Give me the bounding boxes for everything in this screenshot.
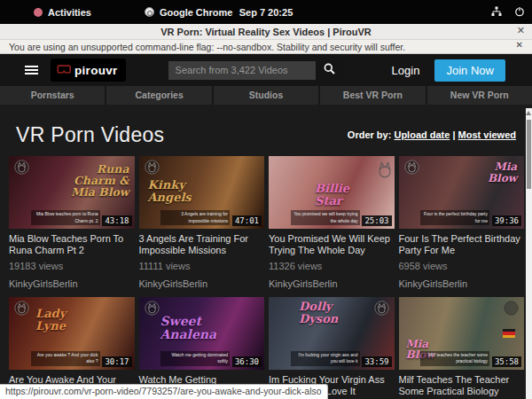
video-title[interactable]: You Promised We Will Keep Trying The Who… [269,233,395,256]
thumbnail-overlay-title: Kinky Angels [148,179,203,203]
power-icon[interactable] [514,6,525,19]
video-title[interactable]: Mia Blow Teaches Porn To Runa Charm Pt 2 [9,233,135,256]
video-views: 11326 views [269,261,395,271]
page-title: VR Porn Videos [16,123,164,147]
video-studio-link[interactable]: KinkyGirlsBerlin [139,278,265,289]
chrome-warning-bar: You are using an unsupported command-lin… [0,40,532,54]
menu-icon[interactable] [25,64,38,76]
video-thumbnail[interactable]: Kinky Angels 3 Angels are training for i… [139,156,265,229]
vertical-scrollbar[interactable] [526,108,532,399]
window-title-bar: VR Porn: Virtual Reality Sex Videos | Pi… [0,24,532,40]
german-flag-icon [503,329,515,338]
system-top-bar: Activities Google Chrome Sep 7 20:25 [0,0,532,24]
video-thumbnail[interactable]: Lady Lyne Are you awake ? And your dick … [9,297,135,370]
video-thumbnail[interactable]: Mia Blow Four is the perfect birthday pa… [399,156,525,229]
nav-item-new-vr[interactable]: New VR Porn [427,86,532,105]
video-card: Mia Blow Four is the perfect birthday pa… [399,156,525,289]
thumbnail-caption: Watch me getting dominated softly [160,351,230,366]
studio-cat-logo-icon [14,301,29,316]
scrollbar-thumb[interactable] [527,120,531,189]
search-button[interactable] [316,61,343,80]
video-card: Billie Star You promised we will keep tr… [269,156,395,289]
studio-cat-logo-icon [374,160,389,175]
thumbnail-caption: Mia Blow teaches porn to Runa Charm pt. … [31,210,100,225]
warning-message: You are using an unsupported command-lin… [9,42,405,52]
video-views: 11111 views [139,261,265,271]
thumbnail-overlay-title: Dolly Dyson [299,301,350,325]
order-separator: | [452,129,455,140]
video-card: Kinky Angels 3 Angels are training for i… [139,156,265,289]
thumbnail-caption: Are you awake ? And your dick also ? [31,351,100,366]
video-title[interactable]: Milf Teaches The Teacher Some Practical … [399,374,525,397]
warning-close-icon[interactable]: ✕ [516,40,523,50]
order-most-viewed-link[interactable]: Most viewed [458,129,516,140]
video-duration-badge: 43:18 [102,215,131,226]
video-views: 6958 views [399,261,525,271]
chrome-icon [145,7,154,17]
order-upload-date-link[interactable]: Upload date [394,129,450,140]
window-title: VR Porn: Virtual Reality Sex Videos | Pi… [160,27,371,37]
studio-cat-logo-icon [504,301,519,316]
window-close-icon[interactable]: ✕ [517,25,525,36]
video-thumbnail[interactable]: Billie Star You promised we will keep tr… [269,156,395,229]
nav-item-categories[interactable]: Categories [106,86,211,105]
search-icon [324,63,335,77]
network-icon[interactable] [491,6,502,19]
thumbnail-caption: You promised we will keep trying the who… [291,210,360,225]
order-by-label: Order by: [348,129,392,140]
recording-indicator-icon [34,8,43,17]
video-studio-link[interactable]: KinkyGirlsBerlin [399,278,525,289]
thumbnail-overlay-title: Billie Star [315,183,377,207]
vr-goggles-icon [56,62,71,78]
video-thumbnail[interactable]: Dolly Dyson I'm fucking your virgin ass … [269,297,395,370]
video-duration-badge: 47:01 [232,215,262,226]
studio-cat-logo-icon [145,301,160,316]
video-studio-link[interactable]: KinkyGirlsBerlin [9,278,135,289]
video-duration-badge: 36:30 [232,356,262,367]
video-thumbnail[interactable]: Mia Blow Milf teaches the teacher some p… [399,297,525,370]
studio-cat-logo-icon [14,160,29,175]
video-duration-badge: 39:36 [492,215,521,226]
video-thumbnail[interactable]: Runa Charm & Mia Blow Mia Blow teaches p… [9,156,135,229]
activities-button[interactable]: Activities [34,7,91,18]
thumbnail-caption: I'm fucking your virgin ass and you will… [291,351,360,366]
login-link[interactable]: Login [392,64,420,77]
studio-cat-logo-icon [374,301,389,316]
search-input[interactable] [168,61,316,80]
link-status-bar: https://pirouvr.com/vr-porn-video/779325… [0,384,328,399]
thumbnail-caption: Four is the perfect birthday party for m… [420,210,489,225]
thumbnail-overlay-title: Runa Charm & Mia Blow [66,163,129,198]
thumbnail-overlay-title: Mia Blow [406,339,459,361]
thumbnail-overlay-title: Mia Blow [466,161,517,184]
activities-label: Activities [48,7,91,18]
video-title[interactable]: Four Is The Perfect Birthday Party For M… [399,233,525,256]
site-header: pirouvr Login Join Now [0,54,532,86]
video-duration-badge: 33:59 [362,356,391,367]
app-name-label: Google Chrome [160,7,233,18]
thumbnail-overlay-title: Lady Lyne [35,308,82,332]
video-duration-badge: 25:03 [362,215,391,226]
page-content: pirouvr Login Join Now Pornstars Categor… [0,54,532,399]
video-studio-link[interactable]: KinkyGirlsBerlin [269,278,395,289]
join-now-button[interactable]: Join Now [434,59,505,82]
video-card: Runa Charm & Mia Blow Mia Blow teaches p… [9,156,135,289]
search-bar [168,61,343,80]
nav-item-studios[interactable]: Studios [214,86,318,105]
video-views: 19183 views [9,261,135,271]
video-card: Mia Blow Milf teaches the teacher some p… [399,297,525,399]
nav-item-best-vr[interactable]: Best VR Porn [320,86,425,105]
video-duration-badge: 35:58 [492,356,521,367]
site-logo[interactable]: pirouvr [51,59,126,82]
thumbnail-caption: 3 Angels are training for impossible mis… [160,210,230,225]
studio-cat-logo-icon [145,160,160,175]
nav-item-pornstars[interactable]: Pornstars [0,86,105,105]
video-duration-badge: 30:17 [102,356,131,367]
video-title[interactable]: 3 Angels Are Training For Impossible Mis… [139,233,265,256]
video-thumbnail[interactable]: Sweet Analena Watch me getting dominated… [139,297,265,370]
scrollbar-up-arrow-icon[interactable] [526,111,531,115]
video-grid: Runa Charm & Mia Blow Mia Blow teaches p… [9,156,524,399]
focused-app-menu[interactable]: Google Chrome [145,7,233,18]
logo-text: pirouvr [74,64,118,77]
main-nav: Pornstars Categories Studios Best VR Por… [0,86,532,105]
thumbnail-overlay-title: Sweet Analena [160,315,224,340]
